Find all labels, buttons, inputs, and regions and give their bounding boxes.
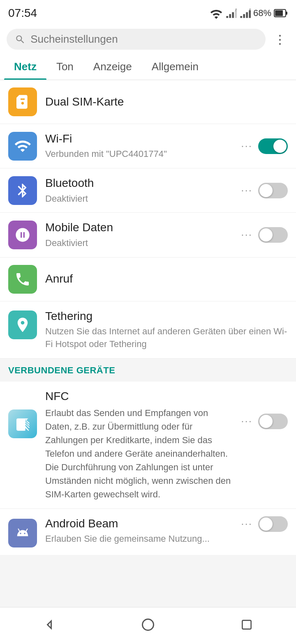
android-beam-actions: ··· [241, 516, 288, 532]
svg-marker-14 [48, 621, 51, 628]
wifi-status-icon [210, 7, 223, 19]
bluetooth-text: Bluetooth Deaktiviert [45, 176, 233, 205]
bluetooth-more-button[interactable]: ··· [241, 184, 252, 197]
more-menu-icon[interactable]: ⋮ [271, 30, 289, 48]
nfc-more-button[interactable]: ··· [241, 415, 252, 428]
verbundene-geraete-title: VERBUNDENE GERÄTE [8, 365, 115, 375]
nfc-description: Erlaubt das Senden und Empfangen von Dat… [45, 406, 233, 501]
tabs-container: Netz Ton Anzeige Allgemein [0, 54, 296, 80]
tethering-subtitle: Nutzen Sie das Internet auf anderen Gerä… [45, 325, 288, 351]
battery-icon [274, 8, 288, 18]
bluetooth-subtitle: Deaktiviert [45, 193, 233, 205]
verbundene-geraete-section: VERBUNDENE GERÄTE [0, 359, 296, 382]
nfc-text: NFC Erlaubt das Senden und Empfangen von… [45, 389, 233, 501]
svg-point-13 [21, 326, 24, 329]
dual-sim-item[interactable]: Dual SIM-Karte [0, 80, 296, 124]
mobile-daten-text: Mobile Daten Deaktiviert [45, 220, 233, 249]
signal-r-icon: R [225, 7, 237, 19]
svg-rect-12 [275, 10, 283, 16]
anruf-text: Anruf [45, 271, 288, 286]
wifi-item[interactable]: Wi-Fi Verbunden mit "UPC4401774" ··· [0, 124, 296, 168]
wifi-toggle[interactable] [258, 138, 288, 154]
svg-rect-1 [229, 14, 231, 18]
svg-rect-16 [242, 620, 251, 629]
wifi-text: Wi-Fi Verbunden mit "UPC4401774" [45, 131, 233, 161]
bluetooth-actions: ··· [241, 183, 288, 198]
wifi-actions: ··· [241, 138, 288, 154]
svg-text:R: R [249, 8, 251, 12]
recent-button[interactable] [234, 616, 259, 633]
wifi-more-button[interactable]: ··· [241, 140, 252, 152]
signal-r2-icon: R [239, 7, 251, 19]
mobile-daten-toggle[interactable] [258, 227, 288, 243]
tab-allgemein[interactable]: Allgemein [142, 54, 208, 80]
mobile-daten-toggle-knob [259, 228, 273, 242]
wifi-subtitle: Verbunden mit "UPC4401774" [45, 148, 233, 161]
mobile-daten-icon [8, 221, 37, 249]
svg-rect-7 [246, 12, 248, 18]
bluetooth-toggle[interactable] [258, 183, 288, 198]
tab-ton[interactable]: Ton [46, 54, 83, 80]
search-icon [15, 34, 25, 45]
svg-rect-5 [240, 16, 242, 18]
nfc-title: NFC [45, 389, 233, 404]
tab-netz[interactable]: Netz [4, 54, 46, 80]
mobile-daten-subtitle: Deaktiviert [45, 237, 233, 250]
nfc-icon [8, 409, 37, 438]
dual-sim-title: Dual SIM-Karte [45, 94, 288, 109]
search-bar-container: ⋮ [0, 25, 296, 54]
svg-text:R: R [235, 8, 237, 12]
bluetooth-toggle-knob [259, 184, 273, 197]
android-beam-toggle-knob [259, 518, 273, 531]
bluetooth-title: Bluetooth [45, 176, 233, 191]
mobile-daten-actions: ··· [241, 227, 288, 243]
back-button[interactable] [37, 616, 62, 633]
tethering-item[interactable]: Tethering Nutzen Sie das Internet auf an… [0, 301, 296, 359]
svg-rect-6 [243, 14, 245, 18]
android-beam-item[interactable]: Android Beam Erlauben Sie die gemeinsame… [0, 509, 296, 555]
wifi-icon [8, 132, 37, 161]
android-beam-more-button[interactable]: ··· [241, 518, 252, 530]
svg-rect-11 [286, 12, 287, 15]
tab-anzeige[interactable]: Anzeige [83, 54, 142, 80]
anruf-icon [8, 265, 37, 294]
svg-point-15 [143, 619, 154, 630]
search-input[interactable] [30, 33, 257, 46]
battery-text: 68% [253, 8, 271, 18]
dual-sim-icon [8, 87, 37, 116]
search-input-wrapper[interactable] [7, 29, 266, 50]
nfc-toggle[interactable] [258, 414, 288, 429]
anruf-title: Anruf [45, 271, 288, 286]
mobile-daten-title: Mobile Daten [45, 220, 233, 235]
anruf-item[interactable]: Anruf [0, 258, 296, 301]
mobile-daten-more-button[interactable]: ··· [241, 228, 252, 241]
nfc-item[interactable]: NFC Erlaubt das Senden und Empfangen von… [0, 382, 296, 509]
wifi-title: Wi-Fi [45, 131, 233, 146]
status-bar: 07:54 R R 68% [0, 0, 296, 25]
android-beam-icon [8, 519, 37, 547]
status-icons: R R 68% [210, 7, 288, 19]
android-beam-text: Android Beam Erlauben Sie die gemeinsame… [45, 516, 233, 545]
dual-sim-text: Dual SIM-Karte [45, 94, 288, 109]
status-time: 07:54 [8, 7, 37, 20]
tethering-icon [8, 310, 37, 339]
tethering-text: Tethering Nutzen Sie das Internet auf an… [45, 309, 288, 351]
nfc-actions: ··· [241, 414, 288, 429]
home-button[interactable] [136, 616, 160, 633]
bluetooth-item[interactable]: Bluetooth Deaktiviert ··· [0, 168, 296, 213]
mobile-daten-item[interactable]: Mobile Daten Deaktiviert ··· [0, 213, 296, 257]
nfc-toggle-knob [259, 415, 273, 428]
android-beam-toggle[interactable] [258, 516, 288, 532]
bottom-nav [0, 607, 296, 644]
svg-rect-2 [232, 12, 234, 18]
android-beam-subtitle: Erlauben Sie die gemeinsame Nutzung... [45, 533, 233, 545]
bluetooth-icon [8, 176, 37, 205]
tethering-title: Tethering [45, 309, 288, 324]
svg-rect-0 [226, 16, 228, 18]
wifi-toggle-knob [273, 140, 287, 153]
android-beam-title: Android Beam [45, 516, 233, 531]
